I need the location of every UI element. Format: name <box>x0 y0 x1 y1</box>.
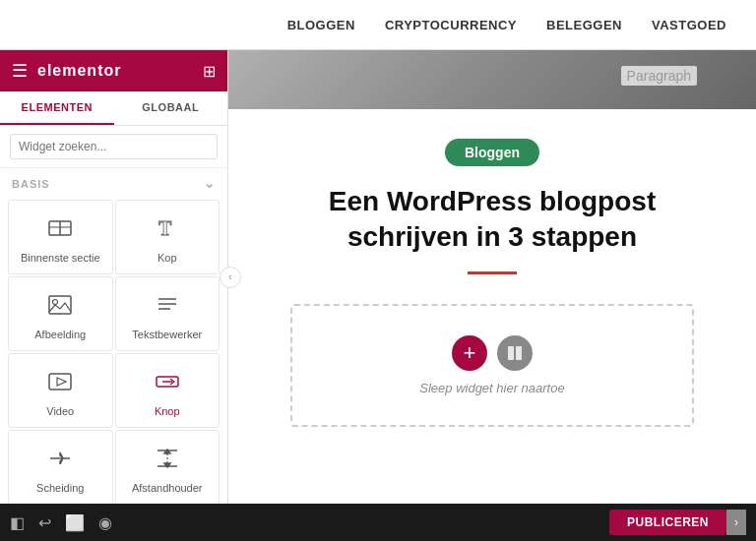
bottom-bar: ◧ ↩ ⬜ ◉ PUBLICEREN › <box>0 504 756 541</box>
heading-icon: T <box>154 214 181 246</box>
chevron-down-icon[interactable]: ⌄ <box>204 176 216 191</box>
nav-vastgoed[interactable]: VASTGOED <box>652 18 726 32</box>
content-area: Paragraph Bloggen Een WordPress blogpost… <box>228 50 756 504</box>
widget-label-video: Video <box>46 405 74 417</box>
widget-label-kop: Kop <box>158 252 177 264</box>
widget-scheiding[interactable]: Scheiding <box>8 430 113 504</box>
elementor-logo-text: elementor <box>37 62 121 80</box>
widget-label-binnenste-sectie: Binnenste sectie <box>21 252 100 264</box>
image-icon <box>46 291 74 323</box>
eye-icon[interactable]: ◉ <box>98 513 112 532</box>
widget-video[interactable]: Video <box>8 353 113 428</box>
search-input[interactable] <box>10 134 218 159</box>
widget-knop[interactable]: Knop <box>115 353 220 428</box>
sidebar-wrapper: ☰ elementor ⊞ ELEMENTEN GLOBAAL BASIS ⌄ <box>0 50 228 504</box>
svg-marker-10 <box>57 378 66 386</box>
svg-rect-23 <box>508 346 514 360</box>
section-label-basis: BASIS ⌄ <box>0 168 227 196</box>
svg-text:T: T <box>158 217 172 239</box>
widget-afbeelding[interactable]: Afbeelding <box>8 276 113 351</box>
grid-icon[interactable]: ⊞ <box>203 62 216 81</box>
widget-label-tekstbewerker: Tekstbewerker <box>132 329 202 340</box>
button-icon <box>154 368 181 399</box>
drop-zone-buttons: + <box>452 335 533 371</box>
top-navigation: BLOGGEN CRYPTOCURRENCY BELEGGEN VASTGOED <box>0 0 756 50</box>
svg-rect-9 <box>49 374 71 390</box>
sidebar-collapse-arrow[interactable]: ‹ <box>220 267 241 288</box>
publish-chevron-icon[interactable]: › <box>726 510 746 535</box>
text-icon <box>154 291 181 323</box>
svg-marker-14 <box>60 452 63 458</box>
hamburger-icon[interactable]: ☰ <box>12 60 28 82</box>
svg-rect-4 <box>49 296 71 314</box>
video-icon <box>46 368 74 399</box>
nav-bloggen[interactable]: BLOGGEN <box>287 18 355 32</box>
blog-title: Een WordPress blogpostschrijven in 3 sta… <box>329 184 656 256</box>
widget-label-afbeelding: Afbeelding <box>34 329 86 340</box>
publish-area: PUBLICEREN › <box>609 510 746 535</box>
sidebar-search-container <box>0 126 227 168</box>
widget-binnenste-sectie[interactable]: Binnenste sectie <box>8 200 113 274</box>
widget-label-knop: Knop <box>155 405 180 417</box>
sidebar-tabs: ELEMENTEN GLOBAAL <box>0 91 227 126</box>
nav-cryptocurrency[interactable]: CRYPTOCURRENCY <box>385 18 517 32</box>
add-widget-button[interactable]: + <box>452 335 487 371</box>
layers-icon[interactable]: ◧ <box>10 513 25 532</box>
widget-kop[interactable]: T Kop <box>115 200 220 274</box>
widget-label-scheiding: Scheiding <box>36 482 84 494</box>
divider-icon <box>46 445 74 476</box>
widget-tekstbewerker[interactable]: Tekstbewerker <box>115 276 220 351</box>
bottom-bar-left: ◧ ↩ ⬜ ◉ <box>10 513 112 532</box>
drop-zone-label: Sleep widget hier naartoe <box>419 381 564 395</box>
sidebar-header-left: ☰ elementor <box>12 60 121 82</box>
top-image-strip: Paragraph <box>228 50 756 109</box>
section-label-text: BASIS <box>12 178 50 190</box>
svg-rect-24 <box>516 346 522 360</box>
widget-label-afstandhouder: Afstandhouder <box>132 482 203 494</box>
svg-point-5 <box>53 300 58 305</box>
sidebar: ☰ elementor ⊞ ELEMENTEN GLOBAAL BASIS ⌄ <box>0 50 228 504</box>
drop-zone: + Sleep widget hier naartoe <box>290 304 694 427</box>
publish-button[interactable]: PUBLICEREN <box>609 510 726 535</box>
tab-globaal[interactable]: GLOBAAL <box>114 91 228 125</box>
widgets-grid: Binnenste sectie T Kop <box>0 196 227 504</box>
sidebar-header: ☰ elementor ⊞ <box>0 50 227 91</box>
tab-elementen[interactable]: ELEMENTEN <box>0 91 114 125</box>
layout-button[interactable] <box>497 335 533 371</box>
widget-afstandhouder[interactable]: Afstandhouder <box>115 430 220 504</box>
content-main: Bloggen Een WordPress blogpostschrijven … <box>228 109 756 504</box>
svg-marker-15 <box>60 458 63 464</box>
nav-beleggen[interactable]: BELEGGEN <box>546 18 622 32</box>
responsive-icon[interactable]: ⬜ <box>65 513 85 532</box>
spacer-icon <box>154 445 181 476</box>
title-divider <box>468 271 517 274</box>
undo-icon[interactable]: ↩ <box>38 513 51 532</box>
section-icon <box>46 214 74 246</box>
blog-badge[interactable]: Bloggen <box>445 139 539 166</box>
main-layout: ☰ elementor ⊞ ELEMENTEN GLOBAAL BASIS ⌄ <box>0 50 756 504</box>
paragraph-label: Paragraph <box>621 66 697 86</box>
